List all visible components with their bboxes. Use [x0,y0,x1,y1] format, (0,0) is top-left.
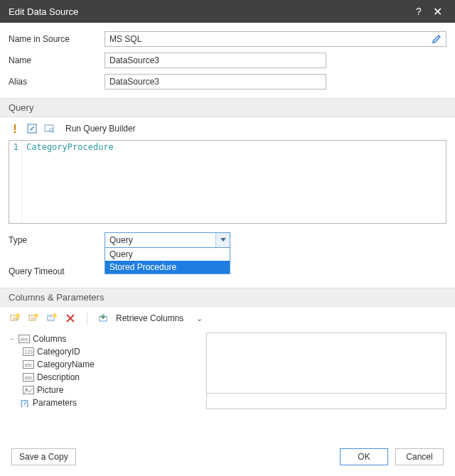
collapse-icon[interactable]: − [9,335,16,342]
query-section-header: Query [0,98,455,117]
svg-point-0 [14,131,16,134]
svg-point-7 [16,313,20,318]
tree-root[interactable]: − abc Columns [9,332,200,345]
svg-text:[?]: [?] [21,399,28,407]
col-label: Description [37,372,80,382]
alias-label: Alias [9,77,105,87]
spacer [9,399,16,406]
tree-item-categoryid[interactable]: 123 CategoryID [9,345,200,358]
columns-toolbar: abc fx ? Retrieve Columns ⌄ [0,307,455,330]
description-footer[interactable] [206,394,446,409]
description-main[interactable] [206,332,446,394]
description-panel [206,332,446,409]
name-in-source-label: Name in Source [9,34,105,44]
tree-item-picture[interactable]: Picture [9,384,200,396]
param-icon: [?] [18,398,30,408]
save-a-copy-button[interactable]: Save a Copy [11,448,76,465]
image-icon [23,385,34,395]
toolbar-separator [87,312,87,325]
type-dropdown: Query Stored Procedure [105,248,230,274]
new-param-icon[interactable]: ? [46,312,58,325]
ok-button[interactable]: OK [340,448,388,465]
view-sql-icon[interactable] [43,122,55,135]
col-label: CategoryName [37,359,95,369]
run-query-builder-button[interactable]: Run Query Builder [65,124,136,134]
new-calc-column-icon[interactable]: fx [27,312,40,325]
warning-icon[interactable] [9,122,21,135]
retrieve-columns-button[interactable]: Retrieve Columns [116,313,183,323]
edit-icon[interactable] [26,122,38,135]
col-label: Picture [37,385,63,395]
type-select[interactable]: Query [105,232,230,248]
svg-point-13 [53,313,57,318]
dropdown-button[interactable] [215,233,230,247]
name-input[interactable] [105,53,326,68]
type-label: Type [9,235,105,245]
svg-text:abc: abc [21,337,29,342]
query-timeout-label: Query Timeout [9,266,105,276]
chevron-down-icon[interactable]: ⌄ [196,314,203,323]
query-editor[interactable]: 1 CategoryProcedure [9,140,446,224]
window-title: Edit Data Source [9,6,410,17]
tree-item-categoryname[interactable]: abc CategoryName [9,358,200,371]
columns-tree: − abc Columns 123 CategoryID abc Categor… [9,332,200,409]
help-button[interactable]: ? [410,6,428,17]
type-value: Query [109,235,133,245]
close-button[interactable]: ✕ [428,5,446,18]
tree-root-label: Columns [33,334,66,344]
new-column-icon[interactable]: abc [9,312,21,325]
code-gutter: 1 [9,141,22,223]
svg-text:?: ? [49,315,52,320]
alias-input[interactable] [105,74,326,90]
delete-icon[interactable] [64,312,77,325]
cancel-button[interactable]: Cancel [395,448,444,465]
params-label: Parameters [33,398,77,408]
svg-text:123: 123 [25,350,33,355]
svg-text:abc: abc [25,362,33,367]
footer: Save a Copy OK Cancel [0,445,455,476]
option-query[interactable]: Query [105,248,230,261]
retrieve-icon[interactable] [97,312,110,325]
svg-text:fx: fx [31,316,35,320]
code-text[interactable]: CategoryProcedure [22,141,446,223]
abc-icon: abc [23,359,34,369]
query-toolbar: Run Query Builder [0,117,455,140]
name-in-source-value: MS SQL [109,34,141,44]
tree-parameters[interactable]: [?] Parameters [9,396,200,409]
svg-point-10 [34,313,38,318]
line-number: 1 [9,142,18,152]
option-stored-procedure[interactable]: Stored Procedure [105,261,230,274]
title-bar: Edit Data Source ? ✕ [0,0,455,23]
svg-text:abc: abc [25,375,33,380]
abc-icon: abc [18,334,30,344]
edit-source-icon[interactable] [432,34,441,44]
name-label: Name [9,55,105,65]
abc-icon: abc [23,372,34,382]
int-icon: 123 [23,347,34,357]
col-label: CategoryID [37,347,80,357]
columns-section-header: Columns & Parameters [0,288,455,307]
name-in-source-field[interactable]: MS SQL [105,31,446,47]
tree-item-description[interactable]: abc Description [9,371,200,384]
